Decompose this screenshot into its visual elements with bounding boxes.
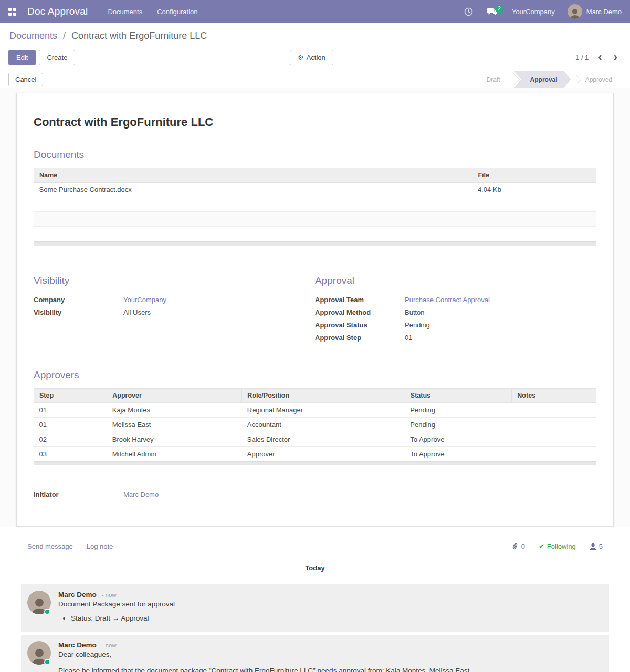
approver-name: Mitchell Admin [107,446,242,461]
form-sheet: Contract with ErgoFurniture LLC Document… [16,93,614,527]
edit-button[interactable]: Edit [8,50,36,65]
cancel-button[interactable]: Cancel [8,73,43,86]
message-greeting: Dear colleagues, [58,650,602,658]
approval-method-label: Approval Method [315,306,398,319]
messages-button[interactable]: 2 [481,3,502,20]
approver-row[interactable]: 01 Kaja Montes Regional Manager Pending [34,402,596,417]
send-message-button[interactable]: Send message [27,542,73,550]
status-step-approval[interactable]: Approval [514,71,571,88]
following-label: Following [547,542,576,550]
initiator-value-link[interactable]: Marc Demo [123,490,159,498]
clock-icon [464,7,473,16]
visibility-section-heading: Visibility [34,275,294,286]
paperclip-icon [510,541,520,551]
online-status-dot [44,609,50,615]
menu-configuration[interactable]: Configuration [151,1,204,23]
message-time: - now [102,592,117,598]
approver-notes [512,432,596,446]
message-status-change: Status: Draft → Approval [71,614,602,622]
approver-notes [512,402,596,417]
step-divider [510,71,514,88]
documents-col-name[interactable]: Name [34,168,472,183]
approver-notes [512,446,596,461]
main-menu: Documents Configuration [101,1,204,23]
status-step-approved[interactable]: Approved [576,71,622,88]
approver-row[interactable]: 01 Melissa East Accountant Pending [34,417,596,432]
attachments-button[interactable]: 0 [511,542,525,550]
document-row[interactable]: Some Purchase Contract.docx 4.04 Kb [34,183,596,197]
documents-table-footer-bar [34,241,596,246]
record-title: Contract with ErgoFurniture LLC [34,115,596,129]
log-note-button[interactable]: Log note [87,542,113,550]
approval-section-heading: Approval [315,275,575,286]
following-button[interactable]: ✔ Following [539,542,576,550]
approval-step-label: Approval Step [315,332,398,344]
approver-name: Melissa East [107,417,242,432]
check-icon: ✔ [539,542,544,550]
create-button[interactable]: Create [39,50,75,65]
messages-badge: 2 [495,5,503,13]
user-name: Marc Demo [586,8,622,16]
form-view: Contract with ErgoFurniture LLC Document… [0,88,630,527]
approvers-col-role[interactable]: Role/Position [242,388,405,402]
initiator-label: Initiator [34,488,117,501]
pager-previous-icon[interactable]: ‹ [596,52,604,62]
user-menu[interactable]: Marc Demo [564,4,625,19]
approvers-col-status[interactable]: Status [405,388,511,402]
visibility-label: Visibility [34,306,117,319]
message-author[interactable]: Marc Demo [58,641,97,649]
empty-row [34,212,596,227]
empty-row [34,227,596,241]
approval-method-value: Button [398,306,575,319]
approver-step: 03 [34,446,107,461]
company-value-link[interactable]: YourCompany [123,296,166,304]
menu-documents[interactable]: Documents [101,1,149,23]
company-switcher[interactable]: YourCompany [506,8,561,16]
approvers-table-footer-bar [34,461,596,465]
message-author[interactable]: Marc Demo [58,591,97,599]
document-name: Some Purchase Contract.docx [34,183,472,197]
status-step-draft[interactable]: Draft [477,71,510,88]
approvers-col-step[interactable]: Step [34,388,107,402]
action-button[interactable]: ⚙Action [290,50,333,65]
approver-status: Pending [405,417,511,432]
message-item: Marc Demo - now Document Package sent fo… [21,584,609,632]
followers-button[interactable]: 5 [590,542,603,550]
gear-icon: ⚙ [298,54,304,61]
step-divider [571,71,576,88]
approver-name: Brook Harvey [107,432,242,446]
approver-row[interactable]: 02 Brook Harvey Sales Director To Approv… [34,432,596,446]
approver-step: 02 [34,432,107,446]
documents-section-heading: Documents [34,149,596,161]
pager-value: 1 / 1 [575,54,589,61]
status-steps: Draft Approval Approved [477,71,622,88]
approver-role: Sales Director [242,432,405,446]
approvers-section-heading: Approvers [34,369,596,381]
breadcrumb-current: Contract with ErgoFurniture LLC [71,30,207,41]
document-file-size: 4.04 Kb [472,183,596,197]
approver-notes [512,417,596,432]
activities-button[interactable] [459,3,478,20]
approvers-col-notes[interactable]: Notes [512,388,596,402]
approver-role: Regional Manager [242,402,405,417]
apps-menu-button[interactable] [0,0,24,23]
message-text: Document Package sent for approval [58,600,602,608]
visibility-group: Visibility Company YourCompany Visibilit… [34,275,315,344]
approver-status: Pending [405,402,511,417]
pager-next-icon[interactable]: › [612,52,620,62]
online-status-dot [44,659,50,665]
approver-step: 01 [34,417,107,432]
company-label: Company [34,294,117,306]
approver-row[interactable]: 03 Mitchell Admin Approver To Approve [34,446,596,461]
documents-col-file[interactable]: File [472,168,596,183]
breadcrumb: Documents / Contract with ErgoFurniture … [9,30,622,41]
documents-table: Name File Some Purchase Contract.docx 4.… [34,168,596,241]
breadcrumb-documents-link[interactable]: Documents [9,30,57,41]
approval-status-value: Pending [398,319,575,332]
approval-step-value: 01 [398,332,575,344]
approval-team-value-link[interactable]: Purchase Contract Approval [405,296,490,304]
approvers-col-approver[interactable]: Approver [107,388,242,402]
breadcrumb-separator: / [63,30,66,41]
followers-count: 5 [599,542,603,550]
apps-grid-icon [8,8,16,16]
